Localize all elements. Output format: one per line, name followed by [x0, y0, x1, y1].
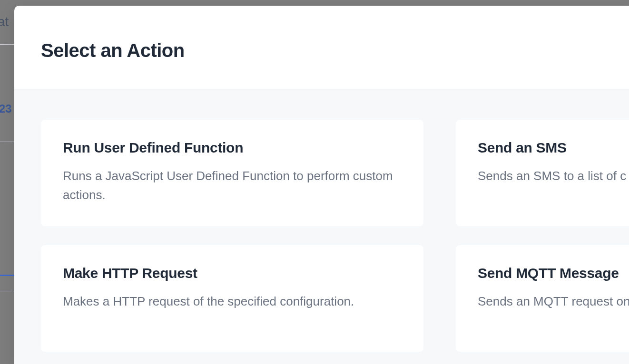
action-card-send-sms[interactable]: Send an SMS Sends an SMS to a list of c: [456, 120, 629, 226]
modal-body: Run User Defined Function Runs a JavaScr…: [14, 89, 629, 364]
backdrop-divider: [0, 44, 14, 45]
action-card-http-request[interactable]: Make HTTP Request Makes a HTTP request o…: [41, 245, 423, 352]
action-card-title: Send an SMS: [478, 140, 629, 156]
action-card-title: Send MQTT Message: [478, 265, 629, 281]
action-cards-row: Run User Defined Function Runs a JavaScr…: [41, 120, 602, 226]
backdrop-fragment-text: at: [0, 14, 9, 29]
backdrop-active-indicator: [0, 275, 14, 276]
backdrop-divider: [0, 291, 14, 291]
modal-title: Select an Action: [41, 40, 602, 61]
action-card-description: Makes a HTTP request of the specified co…: [63, 292, 402, 311]
action-cards-row: Make HTTP Request Makes a HTTP request o…: [41, 245, 602, 352]
action-card-title: Run User Defined Function: [63, 140, 402, 156]
backdrop-divider: [0, 142, 14, 142]
modal-header: Select an Action: [14, 6, 629, 89]
action-card-description: Sends an MQTT request on optional payloa…: [478, 292, 629, 311]
action-card-description: Sends an SMS to a list of c: [478, 166, 629, 185]
action-card-title: Make HTTP Request: [63, 265, 402, 281]
action-card-mqtt-message[interactable]: Send MQTT Message Sends an MQTT request …: [456, 245, 629, 352]
backdrop-fragment-number: 23: [0, 102, 12, 115]
action-card-run-udf[interactable]: Run User Defined Function Runs a JavaScr…: [41, 120, 423, 226]
action-card-description: Runs a JavaScript User Defined Function …: [63, 166, 402, 205]
select-action-modal: Select an Action Run User Defined Functi…: [14, 6, 629, 364]
